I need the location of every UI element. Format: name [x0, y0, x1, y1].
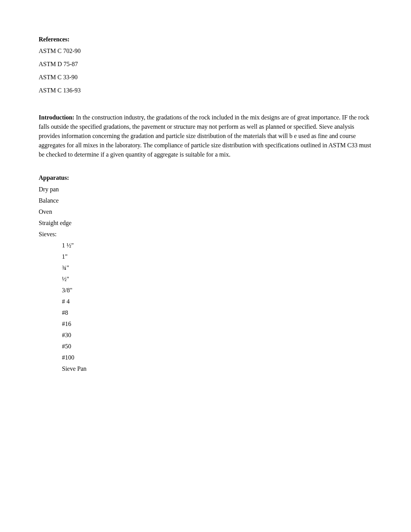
reference-item: ASTM D 75-87 [39, 60, 372, 69]
sieve-item: 3/8" [62, 286, 372, 295]
apparatus-item: Straight edge [39, 218, 372, 228]
sieve-item: #8 [62, 308, 372, 317]
sieve-item: #16 [62, 319, 372, 329]
introduction-paragraph: Introduction: In the construction indust… [39, 113, 372, 159]
sieve-item: # 4 [62, 297, 372, 306]
sieve-item: #30 [62, 331, 372, 340]
sieve-item: #50 [62, 342, 372, 351]
apparatus-item: Oven [39, 207, 372, 217]
document-body: References: ASTM C 702-90 ASTM D 75-87 A… [39, 35, 372, 373]
sieve-item: #100 [62, 353, 372, 362]
sieve-item: Sieve Pan [62, 364, 372, 373]
apparatus-item: Dry pan [39, 185, 372, 194]
references-heading: References: [39, 35, 372, 44]
sieve-list: 1 ½" 1" ¾" ½" 3/8" # 4 #8 #16 #30 #50 #1… [39, 241, 372, 373]
sieve-item: 1 ½" [62, 241, 372, 250]
sieve-item: ¾" [62, 263, 372, 273]
reference-item: ASTM C 136-93 [39, 86, 372, 95]
reference-item: ASTM C 702-90 [39, 46, 372, 56]
sieve-item: 1" [62, 252, 372, 261]
introduction-heading: Introduction: [39, 114, 74, 121]
sieves-label: Sieves: [39, 230, 372, 239]
apparatus-item: Balance [39, 196, 372, 205]
sieve-item: ½" [62, 275, 372, 284]
introduction-body: In the construction industry, the gradat… [39, 114, 371, 158]
reference-item: ASTM C 33-90 [39, 73, 372, 82]
apparatus-heading: Apparatus: [39, 173, 372, 182]
